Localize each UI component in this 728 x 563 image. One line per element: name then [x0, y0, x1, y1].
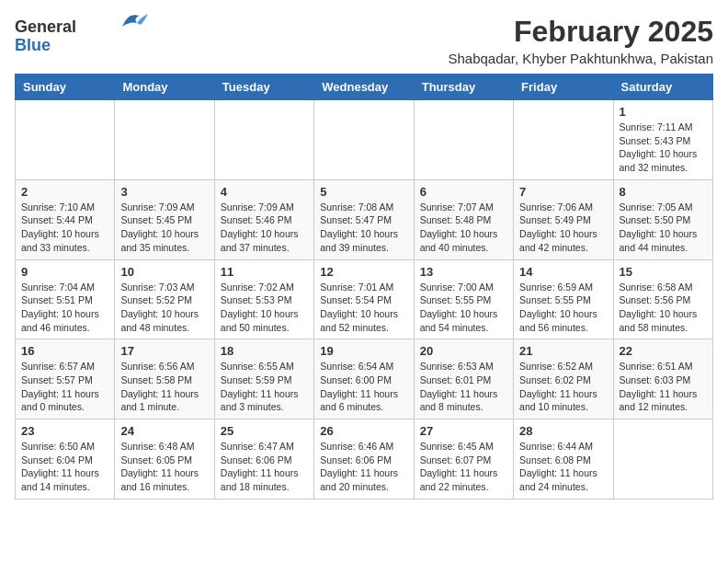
day-number: 28	[519, 424, 607, 438]
calendar-cell	[214, 100, 313, 180]
weekday-header-saturday: Saturday	[613, 75, 712, 100]
day-number: 1	[620, 105, 707, 119]
calendar-cell: 6Sunrise: 7:07 AM Sunset: 5:48 PM Daylig…	[414, 179, 513, 259]
calendar-cell: 19Sunrise: 6:54 AM Sunset: 6:00 PM Dayli…	[314, 339, 414, 419]
calendar-cell: 23Sunrise: 6:50 AM Sunset: 6:04 PM Dayli…	[16, 419, 115, 500]
weekday-header-friday: Friday	[514, 75, 613, 100]
day-number: 6	[420, 185, 507, 199]
day-number: 12	[320, 265, 407, 279]
day-info: Sunrise: 6:51 AM Sunset: 6:03 PM Dayligh…	[620, 360, 707, 414]
calendar-cell: 15Sunrise: 6:58 AM Sunset: 5:56 PM Dayli…	[613, 259, 712, 339]
calendar-cell: 1Sunrise: 7:11 AM Sunset: 5:43 PM Daylig…	[613, 100, 712, 180]
day-info: Sunrise: 7:11 AM Sunset: 5:43 PM Dayligh…	[620, 121, 707, 175]
calendar-cell: 27Sunrise: 6:45 AM Sunset: 6:07 PM Dayli…	[414, 419, 513, 500]
day-info: Sunrise: 6:55 AM Sunset: 5:59 PM Dayligh…	[221, 360, 308, 414]
location-subtitle: Shabqadar, Khyber Pakhtunkhwa, Pakistan	[448, 51, 713, 66]
day-number: 16	[21, 344, 108, 358]
day-number: 24	[120, 424, 208, 438]
calendar-cell: 7Sunrise: 7:06 AM Sunset: 5:49 PM Daylig…	[514, 179, 613, 259]
calendar-cell	[16, 100, 115, 180]
day-number: 23	[21, 424, 108, 438]
calendar-cell: 24Sunrise: 6:48 AM Sunset: 6:05 PM Dayli…	[115, 419, 214, 500]
day-info: Sunrise: 7:09 AM Sunset: 5:45 PM Dayligh…	[120, 201, 208, 255]
calendar-cell: 14Sunrise: 6:59 AM Sunset: 5:55 PM Dayli…	[514, 259, 613, 339]
calendar-cell: 22Sunrise: 6:51 AM Sunset: 6:03 PM Dayli…	[613, 339, 712, 419]
week-row-2: 2Sunrise: 7:10 AM Sunset: 5:44 PM Daylig…	[16, 179, 713, 259]
month-title: February 2025	[448, 15, 713, 49]
day-info: Sunrise: 6:59 AM Sunset: 5:55 PM Dayligh…	[519, 281, 607, 335]
day-info: Sunrise: 7:09 AM Sunset: 5:46 PM Dayligh…	[221, 201, 308, 255]
calendar-cell: 9Sunrise: 7:04 AM Sunset: 5:51 PM Daylig…	[16, 259, 115, 339]
day-info: Sunrise: 7:05 AM Sunset: 5:50 PM Dayligh…	[620, 201, 707, 255]
day-number: 4	[221, 185, 308, 199]
weekday-header-wednesday: Wednesday	[314, 75, 414, 100]
day-info: Sunrise: 7:02 AM Sunset: 5:53 PM Dayligh…	[221, 281, 308, 335]
day-info: Sunrise: 6:50 AM Sunset: 6:04 PM Dayligh…	[21, 440, 108, 494]
calendar-cell	[514, 100, 613, 180]
day-info: Sunrise: 7:08 AM Sunset: 5:47 PM Dayligh…	[320, 201, 407, 255]
logo-general-text: General	[15, 17, 76, 36]
calendar-cell: 25Sunrise: 6:47 AM Sunset: 6:06 PM Dayli…	[214, 419, 313, 500]
day-number: 21	[519, 344, 607, 358]
day-number: 27	[420, 424, 507, 438]
day-info: Sunrise: 7:07 AM Sunset: 5:48 PM Dayligh…	[420, 201, 507, 255]
calendar-cell: 4Sunrise: 7:09 AM Sunset: 5:46 PM Daylig…	[214, 179, 313, 259]
logo-bird-icon	[120, 10, 148, 30]
day-number: 8	[620, 185, 707, 199]
day-number: 7	[519, 185, 607, 199]
calendar-header-row: SundayMondayTuesdayWednesdayThursdayFrid…	[16, 75, 713, 100]
day-number: 5	[320, 185, 407, 199]
day-number: 25	[221, 424, 308, 438]
day-info: Sunrise: 6:44 AM Sunset: 6:08 PM Dayligh…	[519, 440, 607, 494]
day-info: Sunrise: 7:10 AM Sunset: 5:44 PM Dayligh…	[21, 201, 108, 255]
day-info: Sunrise: 7:06 AM Sunset: 5:49 PM Dayligh…	[519, 201, 607, 255]
day-number: 13	[420, 265, 507, 279]
calendar-cell: 20Sunrise: 6:53 AM Sunset: 6:01 PM Dayli…	[414, 339, 513, 419]
day-number: 2	[21, 185, 108, 199]
calendar-cell: 2Sunrise: 7:10 AM Sunset: 5:44 PM Daylig…	[16, 179, 115, 259]
week-row-4: 16Sunrise: 6:57 AM Sunset: 5:57 PM Dayli…	[16, 339, 713, 419]
day-info: Sunrise: 6:52 AM Sunset: 6:02 PM Dayligh…	[519, 360, 607, 414]
day-info: Sunrise: 6:53 AM Sunset: 6:01 PM Dayligh…	[420, 360, 507, 414]
weekday-header-sunday: Sunday	[16, 75, 115, 100]
title-area: February 2025 Shabqadar, Khyber Pakhtunk…	[448, 15, 713, 66]
day-number: 26	[320, 424, 407, 438]
day-info: Sunrise: 6:56 AM Sunset: 5:58 PM Dayligh…	[120, 360, 208, 414]
day-info: Sunrise: 6:54 AM Sunset: 6:00 PM Dayligh…	[320, 360, 407, 414]
weekday-header-monday: Monday	[115, 75, 214, 100]
day-number: 17	[120, 344, 208, 358]
day-number: 10	[120, 265, 208, 279]
calendar-cell: 12Sunrise: 7:01 AM Sunset: 5:54 PM Dayli…	[314, 259, 414, 339]
calendar-cell: 8Sunrise: 7:05 AM Sunset: 5:50 PM Daylig…	[613, 179, 712, 259]
day-number: 18	[221, 344, 308, 358]
weekday-header-tuesday: Tuesday	[214, 75, 313, 100]
calendar-table: SundayMondayTuesdayWednesdayThursdayFrid…	[15, 74, 713, 500]
calendar-cell: 10Sunrise: 7:03 AM Sunset: 5:52 PM Dayli…	[115, 259, 214, 339]
day-number: 11	[221, 265, 308, 279]
week-row-5: 23Sunrise: 6:50 AM Sunset: 6:04 PM Dayli…	[16, 419, 713, 500]
day-number: 15	[620, 265, 707, 279]
day-info: Sunrise: 6:46 AM Sunset: 6:06 PM Dayligh…	[320, 440, 407, 494]
day-info: Sunrise: 6:48 AM Sunset: 6:05 PM Dayligh…	[120, 440, 208, 494]
logo: General Blue	[15, 18, 148, 55]
day-number: 14	[519, 265, 607, 279]
day-info: Sunrise: 6:45 AM Sunset: 6:07 PM Dayligh…	[420, 440, 507, 494]
calendar-cell: 11Sunrise: 7:02 AM Sunset: 5:53 PM Dayli…	[214, 259, 313, 339]
day-info: Sunrise: 7:04 AM Sunset: 5:51 PM Dayligh…	[21, 281, 108, 335]
logo-blue-text: Blue	[15, 36, 51, 54]
calendar-cell: 28Sunrise: 6:44 AM Sunset: 6:08 PM Dayli…	[514, 419, 613, 500]
week-row-1: 1Sunrise: 7:11 AM Sunset: 5:43 PM Daylig…	[16, 100, 713, 180]
calendar-cell	[115, 100, 214, 180]
calendar-cell: 17Sunrise: 6:56 AM Sunset: 5:58 PM Dayli…	[115, 339, 214, 419]
calendar-cell	[314, 100, 414, 180]
day-info: Sunrise: 6:57 AM Sunset: 5:57 PM Dayligh…	[21, 360, 108, 414]
calendar-cell: 5Sunrise: 7:08 AM Sunset: 5:47 PM Daylig…	[314, 179, 414, 259]
day-number: 19	[320, 344, 407, 358]
calendar-cell: 3Sunrise: 7:09 AM Sunset: 5:45 PM Daylig…	[115, 179, 214, 259]
day-number: 22	[620, 344, 707, 358]
calendar-cell: 13Sunrise: 7:00 AM Sunset: 5:55 PM Dayli…	[414, 259, 513, 339]
day-info: Sunrise: 7:00 AM Sunset: 5:55 PM Dayligh…	[420, 281, 507, 335]
day-number: 20	[420, 344, 507, 358]
day-info: Sunrise: 7:01 AM Sunset: 5:54 PM Dayligh…	[320, 281, 407, 335]
page-header: General Blue February 2025 Shabqadar, Kh…	[15, 15, 713, 66]
